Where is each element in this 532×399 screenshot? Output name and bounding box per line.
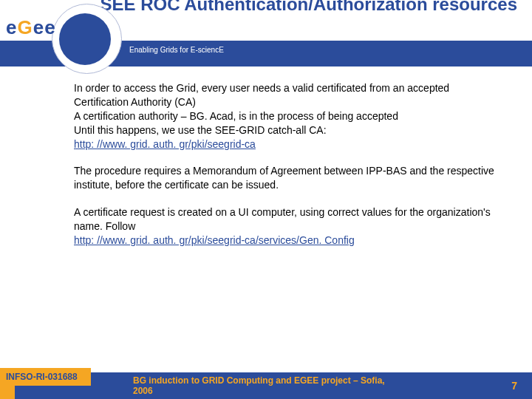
logo-letter: e: [33, 16, 44, 38]
footer-caption: BG induction to GRID Computing and EGEE …: [133, 375, 399, 396]
page-number: 7: [511, 380, 517, 392]
logo-letter: G: [17, 16, 33, 38]
text: A certificate request is created on a UI…: [74, 206, 491, 232]
paragraph: A certificate request is created on a UI…: [74, 205, 495, 248]
text: In order to access the Grid, every user …: [74, 82, 449, 136]
logo-circle-inner: [59, 13, 111, 65]
link-seegrid-ca[interactable]: http: //www. grid. auth. gr/pki/seegrid-…: [74, 138, 256, 150]
paragraph: In order to access the Grid, every user …: [74, 81, 495, 151]
tagline: Enabling Grids for E-sciencE: [129, 46, 224, 54]
footer-project-id: INFSO-RI-031688: [0, 368, 91, 386]
egee-logo: eGee: [6, 16, 56, 39]
slide-header: eGee Enabling Grids for E-sciencE SEE RO…: [0, 0, 532, 66]
paragraph: The procedure requires a Memorandum of A…: [74, 164, 495, 192]
slide-content: In order to access the Grid, every user …: [74, 81, 495, 261]
logo-letter: e: [6, 16, 17, 38]
logo-letter: e: [44, 16, 55, 38]
slide-title: SEE ROC Authentication/Authorization res…: [100, 0, 517, 16]
link-genconfig[interactable]: http: //www. grid. auth. gr/pki/seegrid-…: [74, 234, 355, 246]
